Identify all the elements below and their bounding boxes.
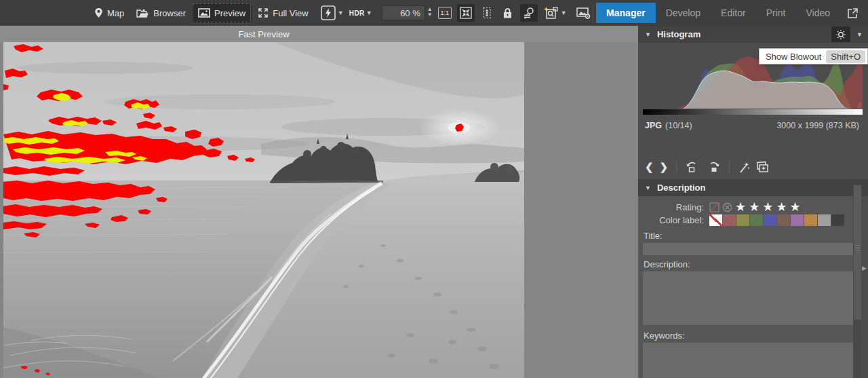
panel-expander-icon[interactable]: ▶ xyxy=(862,263,868,273)
browser-button-label: Browser xyxy=(153,8,186,18)
zoom-one-to-one-button[interactable]: 1:1 xyxy=(436,4,454,22)
color-swatch-blue[interactable] xyxy=(764,214,776,226)
tab-video[interactable]: Video xyxy=(795,3,840,23)
color-label-row: Color label: xyxy=(638,214,856,226)
color-label-label: Color label: xyxy=(638,215,709,225)
divider xyxy=(676,161,677,173)
zoom-level-group: ▲ ▼ xyxy=(382,5,433,20)
full-view-button[interactable]: Full View xyxy=(252,3,315,23)
histogram-title: Histogram xyxy=(657,29,701,39)
zoom-one-to-one-icon: 1:1 xyxy=(438,7,452,19)
file-format: JPG xyxy=(645,121,662,130)
lock-zoom-button[interactable] xyxy=(499,4,517,22)
tooltip-shortcut: Shift+O xyxy=(826,50,865,63)
color-swatch-row xyxy=(709,214,844,226)
fit-height-icon xyxy=(481,7,492,19)
description-content: Rating: ★★★★★ Color label: xyxy=(638,196,856,378)
loupe-window-group[interactable]: ▼ xyxy=(543,5,567,20)
file-info-row: JPG (10/14) 3000 x 1999 (873 KB) xyxy=(645,121,859,130)
browser-button[interactable]: Browser xyxy=(130,3,192,23)
hdr-dropdown[interactable]: HDR ▼ xyxy=(349,10,372,17)
hdr-dropdown-icon: HDR xyxy=(349,10,365,17)
fit-to-screen-icon xyxy=(460,7,472,19)
scrollbar-grip-icon xyxy=(855,245,860,250)
fast-preview-bar: Fast Preview xyxy=(0,26,638,42)
zoom-input[interactable] xyxy=(382,5,425,20)
quick-edits-group[interactable]: ▼ xyxy=(320,5,344,21)
color-swatch-purple[interactable] xyxy=(791,214,804,226)
preview-image[interactable] xyxy=(3,42,524,378)
copy-info-icon[interactable] xyxy=(756,161,770,173)
color-swatch-none[interactable] xyxy=(709,214,722,226)
tab-editor[interactable]: Editor xyxy=(711,3,756,23)
title-input[interactable] xyxy=(643,242,854,255)
color-swatch-green[interactable] xyxy=(750,214,763,226)
full-view-icon xyxy=(258,7,269,18)
photo-nav-toolbar: ❮ ❯ xyxy=(645,158,770,176)
folder-browser-icon xyxy=(136,8,149,18)
next-photo-icon[interactable]: ❯ xyxy=(660,161,669,173)
description-title: Description xyxy=(657,183,706,193)
tooltip-label: Show Blowout xyxy=(766,52,821,62)
rating-label: Rating: xyxy=(638,202,709,212)
panel-scrollbar[interactable] xyxy=(853,184,862,378)
clear-rating-icon[interactable] xyxy=(722,202,732,212)
loupe-caret-icon: ▼ xyxy=(561,10,567,16)
tab-print[interactable]: Print xyxy=(756,3,796,23)
preview-settings-icon xyxy=(576,6,591,20)
blowout-caret-icon[interactable]: ▼ xyxy=(856,31,863,38)
lock-zoom-icon xyxy=(502,7,513,19)
top-toolbar: Map Browser Preview Full View xyxy=(0,0,868,26)
description-textarea[interactable] xyxy=(643,271,854,325)
tab-manager[interactable]: Manager xyxy=(596,3,656,23)
map-button[interactable]: Map xyxy=(88,3,130,23)
rotate-right-icon[interactable] xyxy=(706,160,721,174)
fit-to-screen-button[interactable] xyxy=(457,4,475,22)
fit-height-button[interactable] xyxy=(478,4,496,22)
file-index: (10/14) xyxy=(665,121,692,130)
preview-button-label: Preview xyxy=(214,8,245,18)
keywords-textarea[interactable] xyxy=(643,342,854,378)
preview-settings-button[interactable] xyxy=(575,4,593,22)
right-panel: ▼ Histogram ▼ Show xyxy=(638,26,868,378)
scrollbar-thumb[interactable] xyxy=(854,185,861,320)
description-collapse-icon[interactable]: ▼ xyxy=(645,185,651,191)
quick-edits-icon xyxy=(320,5,336,21)
external-window-icon xyxy=(847,7,859,19)
description-header[interactable]: ▼ Description xyxy=(638,179,868,196)
sync-zoom-button[interactable] xyxy=(520,4,538,22)
zoom-step-down-icon[interactable]: ▼ xyxy=(427,13,433,18)
magic-wand-icon[interactable] xyxy=(738,161,750,174)
color-swatch-darkgray[interactable] xyxy=(831,214,844,226)
preview-button[interactable]: Preview xyxy=(192,3,252,23)
blowout-sun-icon xyxy=(835,29,846,40)
color-swatch-olive[interactable] xyxy=(736,214,749,226)
color-swatch-red[interactable] xyxy=(723,214,736,226)
file-dimensions: 3000 x 1999 (873 KB) xyxy=(776,121,859,130)
title-field-label: Title: xyxy=(644,231,663,241)
color-swatch-brown[interactable] xyxy=(777,214,790,226)
prev-photo-icon[interactable]: ❮ xyxy=(645,161,654,173)
tab-develop[interactable]: Develop xyxy=(656,3,711,23)
histogram-gradient-bar xyxy=(643,109,863,115)
map-pin-icon xyxy=(94,7,103,18)
rating-row: Rating: ★★★★★ xyxy=(638,200,856,214)
histogram-collapse-icon[interactable]: ▼ xyxy=(645,31,651,38)
rotate-left-icon[interactable] xyxy=(685,160,700,174)
module-tabs: Manager Develop Editor Print Video xyxy=(596,3,868,23)
color-swatch-orange[interactable] xyxy=(804,214,817,226)
keywords-field-label: Keywords: xyxy=(644,330,685,341)
loupe-window-icon xyxy=(543,5,559,20)
blowout-toggle-button[interactable] xyxy=(831,26,850,42)
main-area: Fast Preview xyxy=(0,26,868,378)
beach-photo-with-blowout xyxy=(3,42,524,378)
external-window-button[interactable] xyxy=(844,4,861,22)
sync-zoom-icon xyxy=(522,7,536,20)
zoom-stepper[interactable]: ▲ ▼ xyxy=(427,7,433,18)
rating-stars[interactable]: ★★★★★ xyxy=(735,200,804,214)
preview-image-icon xyxy=(198,8,210,18)
color-swatch-lightgray[interactable] xyxy=(818,214,831,226)
preview-pane[interactable]: Fast Preview xyxy=(0,26,638,378)
no-rating-icon[interactable] xyxy=(709,202,719,212)
map-button-label: Map xyxy=(107,8,124,18)
